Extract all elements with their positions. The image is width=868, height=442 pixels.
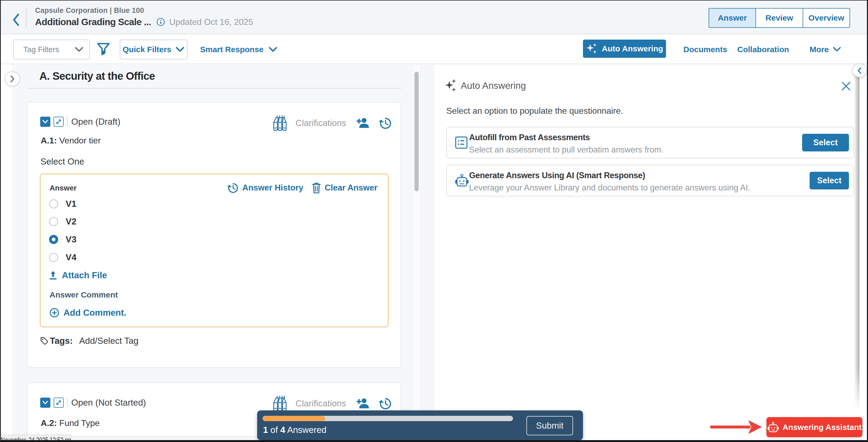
add-comment-label: Add Comment. [63,308,126,318]
section-divider [27,88,402,89]
submit-button[interactable]: Submit [526,416,573,435]
collapse-question-button[interactable] [40,117,50,127]
tags-row: Tags: Add/Select Tag [40,336,138,346]
radio-label: V1 [66,199,76,209]
window-frame-right [867,0,868,442]
radio-label: V3 [66,234,76,244]
select-generate-ai-button[interactable]: Select [810,172,849,190]
tab-review[interactable]: Review [756,8,803,27]
robot-icon [767,422,779,433]
chevron-down-icon [833,47,841,52]
smart-response-dropdown[interactable]: Smart Response [200,40,278,59]
tab-answer[interactable]: Answer [709,8,756,27]
auto-answering-label: Auto Answering [602,44,663,53]
submit-label: Submit [536,420,564,431]
smart-response-label: Smart Response [200,45,264,54]
panel-title: Auto Answering [461,80,526,91]
option-title: Autofill from Past Assessments [469,133,590,142]
option-description: Leverage your Answer Library and documen… [469,183,750,193]
auto-answering-button[interactable]: Auto Answering [583,40,666,58]
radio-circle[interactable] [49,217,58,226]
option-title: Generate Answers Using AI (Smart Respons… [469,171,645,180]
documents-label: Documents [683,45,727,54]
option-card-generate-ai: Generate Answers Using AI (Smart Respons… [446,165,854,196]
view-tabs: Answer Review Overview [709,8,850,28]
documents-link[interactable]: Documents [683,40,727,59]
clear-answer-label: Clear Answer [325,183,377,193]
tag-filters-placeholder: Tag Filters [23,45,74,54]
progress-text: 1 of 4 Answered [263,425,327,435]
close-icon[interactable] [840,80,852,92]
add-person-icon[interactable] [356,118,369,129]
info-icon[interactable] [156,18,165,26]
answer-history-button[interactable]: Answer History [227,182,303,194]
panel-edge-shadow [854,65,860,410]
select-autofill-button[interactable]: Select [802,134,849,151]
collaboration-link[interactable]: Collaboration [737,40,789,59]
collaboration-label: Collaboration [737,45,789,54]
radio-option-v2[interactable]: V2 [49,216,76,227]
option-description: Select an assessment to pull verbatim an… [469,145,663,155]
expand-question-button[interactable] [54,398,64,408]
answering-assistant-button[interactable]: Answering Assistant [767,417,862,437]
more-menu[interactable]: More [810,40,841,59]
expand-question-button[interactable] [54,117,64,127]
quick-filters-button[interactable]: Quick Filters [120,40,188,59]
more-label: More [810,45,829,54]
checklist-icon [455,136,468,149]
expand-sidebar-button[interactable] [5,71,20,87]
answer-label: Answer [50,184,76,192]
panel-description: Select an option to populate the questio… [446,106,623,116]
option-card-autofill: Autofill from Past Assessments Select an… [446,127,854,159]
add-comment-button[interactable]: Add Comment. [50,308,126,318]
trash-icon [312,182,321,194]
question-a2-text: A.2: Fund Type [41,418,100,428]
questionnaire-scrollbar-thumb[interactable] [414,72,419,191]
chevron-down-icon [42,401,48,405]
progress-fill [262,416,325,421]
clarifications-icon[interactable] [273,115,287,131]
question-a1-text: A.1: Vendor tier [41,136,101,145]
history-icon[interactable] [379,397,392,410]
radio-label: V4 [66,252,76,263]
back-icon[interactable] [10,12,23,27]
radio-circle[interactable] [49,199,58,208]
radio-option-v3[interactable]: V3 [49,234,76,244]
robot-icon [455,174,469,187]
expand-icon [56,119,62,125]
breadcrumb: Capsule Corporation | Blue 100 [35,6,144,15]
chevron-right-icon [10,75,15,83]
circle-plus-icon [50,308,59,317]
radio-label: V2 [66,216,76,227]
collapse-question-button[interactable] [40,398,50,408]
top-header: Capsule Corporation | Blue 100 Additiona… [0,0,868,34]
collapse-panel-button[interactable] [853,64,866,77]
tags-label: Tags: [50,336,73,346]
expand-icon [56,400,62,406]
sparkles-icon [445,78,457,93]
add-select-tag-button[interactable]: Add/Select Tag [79,336,138,346]
window-frame-left [0,0,1,442]
history-icon[interactable] [379,117,392,130]
chevron-down-icon [269,46,278,53]
radio-circle[interactable] [49,253,58,262]
chevron-down-icon [176,46,185,53]
upload-icon [49,271,57,280]
radio-option-v4[interactable]: V4 [49,252,76,263]
updated-label: Updated Oct 16, 2025 [169,17,253,27]
add-person-icon[interactable] [356,398,369,409]
progress-track [262,416,513,421]
radio-option-v1[interactable]: V1 [49,199,76,209]
clarifications-icon[interactable] [273,396,287,411]
answering-assistant-label: Answering Assistant [782,423,862,432]
chevron-left-icon [857,67,862,74]
radio-circle-selected[interactable] [49,235,58,244]
window-frame-top [0,0,868,1]
tag-filters-select[interactable]: Tag Filters [13,40,90,59]
filter-funnel-icon[interactable] [97,43,110,56]
clear-answer-button[interactable]: Clear Answer [312,182,377,194]
attach-file-button[interactable]: Attach File [49,270,107,280]
left-rail [0,65,13,440]
progress-footer: 1 of 4 Answered Submit [257,410,583,440]
tab-overview[interactable]: Overview [803,8,849,27]
